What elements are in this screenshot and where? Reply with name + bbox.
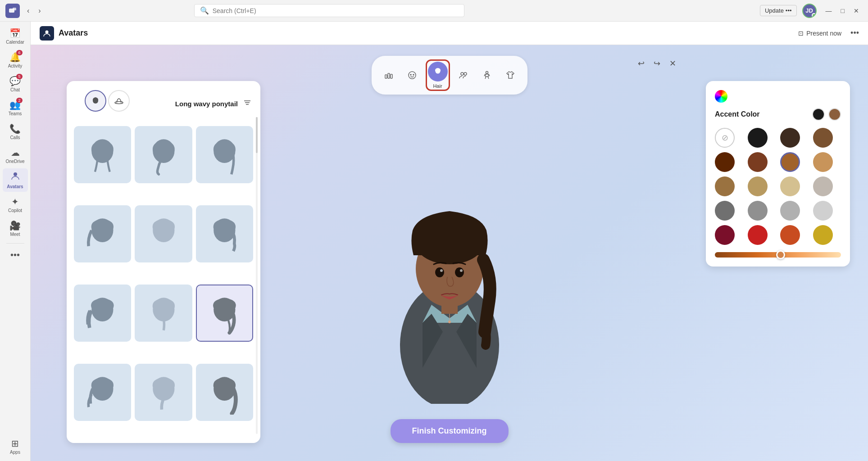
present-now-button[interactable]: ⊡ Present now (795, 28, 845, 39)
present-now-label: Present now (806, 30, 841, 37)
titlebar-actions: Update ••• JD — □ ✕ (760, 4, 863, 18)
color-swatch-pale-blonde[interactable] (780, 176, 800, 196)
teams-nav-icon: 👥 2 (9, 99, 21, 110)
toolbar-hair-wrap: Hair (428, 62, 448, 89)
toolbar-body-wrap (477, 65, 497, 85)
sidebar-label-teams: Teams (9, 111, 22, 116)
copilot-icon: ✦ (11, 196, 19, 207)
sidebar-label-avatars: Avatars (7, 184, 23, 189)
toolbar-shirt-wrap (500, 65, 520, 85)
sidebar-item-more[interactable]: ••• (3, 247, 28, 263)
sidebar-label-calendar: Calendar (6, 40, 24, 45)
sidebar-item-avatars[interactable]: Avatars (3, 168, 28, 192)
search-input[interactable] (213, 7, 459, 14)
minimize-button[interactable]: — (822, 5, 836, 16)
color-swatch-bright-red[interactable] (748, 225, 768, 245)
sidebar-bottom: ⊞ Apps (3, 435, 28, 457)
sidebar-item-meet[interactable]: 🎥 Meet (3, 217, 28, 240)
color-panel-header: Accent Color (715, 108, 841, 121)
color-swatch-brown[interactable] (748, 152, 768, 172)
color-preview-dark[interactable] (812, 108, 825, 121)
close-button[interactable]: ✕ (850, 5, 863, 16)
avatar-svg (373, 152, 526, 404)
svg-rect-5 (388, 73, 390, 78)
svg-rect-38 (441, 300, 458, 314)
color-slider-thumb[interactable] (776, 250, 785, 259)
sidebar-item-calendar[interactable]: 📅 Calendar (3, 25, 28, 47)
color-swatch-dark-reddish[interactable] (715, 152, 735, 172)
sidebar-label-onedrive: OneDrive (5, 159, 24, 164)
color-swatch-medium-gray[interactable] (748, 201, 768, 221)
toolbar-group-wrap (454, 65, 473, 85)
sidebar-item-apps[interactable]: ⊞ Apps (3, 435, 28, 457)
sidebar-label-calls: Calls (10, 135, 20, 140)
activity-icon: 🔔 6 (9, 52, 21, 63)
color-grid: ⊘ (715, 128, 841, 245)
svg-point-37 (460, 269, 463, 272)
toolbar-gesture-button[interactable] (379, 65, 399, 85)
svg-point-35 (455, 267, 464, 277)
more-icon: ••• (10, 250, 20, 260)
sidebar-item-onedrive[interactable]: ☁ OneDrive (3, 145, 28, 167)
sidebar-item-teams[interactable]: 👥 2 Teams (3, 97, 28, 119)
back-button[interactable]: ‹ (23, 5, 33, 17)
svg-point-7 (409, 72, 416, 79)
more-options-button[interactable]: ••• (850, 28, 859, 38)
color-swatch-medium-brown[interactable] (813, 128, 833, 148)
forward-button[interactable]: › (35, 5, 44, 17)
toolbar-face-button[interactable] (402, 65, 422, 85)
finish-customizing-button[interactable]: Finish Customizing (391, 419, 509, 443)
app-header-right: ⊡ Present now ••• (795, 28, 859, 39)
color-slider-container (715, 252, 841, 258)
search-bar[interactable]: 🔍 (194, 4, 464, 17)
color-swatch-light-gray[interactable] (813, 176, 833, 196)
color-swatch-white-silver[interactable] (813, 201, 833, 221)
color-swatch-light-golden[interactable] (748, 176, 768, 196)
color-panel: Accent Color ⊘ (706, 81, 850, 267)
color-preview-warm[interactable] (828, 108, 841, 121)
customizer-toolbar: Hair (372, 56, 527, 95)
color-swatch-gold[interactable] (813, 225, 833, 245)
maximize-button[interactable]: □ (837, 5, 848, 16)
color-swatch-tan[interactable] (813, 152, 833, 172)
color-swatch-dark-brown[interactable] (780, 128, 800, 148)
color-swatch-golden-brown[interactable] (715, 176, 735, 196)
user-avatar[interactable]: JD (802, 4, 817, 18)
toolbar-shirt-button[interactable] (500, 65, 520, 85)
sidebar-label-meet: Meet (10, 232, 20, 237)
sidebar-item-copilot[interactable]: ✦ Copilot (3, 194, 28, 216)
sidebar-label-chat: Chat (10, 87, 20, 92)
toolbar-group-button[interactable] (454, 65, 473, 85)
sidebar-item-calls[interactable]: 📞 Calls (3, 121, 28, 143)
toolbar-face-wrap (402, 65, 422, 85)
toolbar-body-button[interactable] (477, 65, 497, 85)
sidebar-divider (6, 243, 24, 244)
chat-badge: 5 (16, 74, 23, 79)
color-swatch-none[interactable]: ⊘ (715, 128, 735, 148)
svg-point-9 (413, 74, 414, 75)
toolbar-hair-button[interactable] (428, 62, 448, 81)
chat-icon: 💬 5 (9, 76, 21, 86)
color-swatch-dark-gray[interactable] (715, 201, 735, 221)
teams-logo (5, 4, 20, 18)
calendar-icon: 📅 (9, 28, 21, 39)
color-swatch-black[interactable] (748, 128, 768, 148)
svg-point-36 (440, 269, 443, 272)
sidebar-item-activity[interactable]: 🔔 6 Activity (3, 49, 28, 71)
svg-point-13 (486, 72, 488, 74)
avatars-icon (10, 171, 20, 183)
calls-icon: 📞 (9, 123, 21, 134)
main-layout: 📅 Calendar 🔔 6 Activity 💬 5 Chat 👥 2 Tea… (0, 22, 868, 461)
update-button[interactable]: Update ••• (760, 5, 797, 16)
close-customizer-button[interactable]: ✕ (667, 56, 679, 71)
redo-button[interactable]: ↪ (651, 56, 663, 71)
color-slider[interactable] (715, 252, 841, 258)
color-swatch-light-silver[interactable] (780, 201, 800, 221)
color-swatch-warm-brown[interactable] (780, 152, 800, 172)
color-swatch-dark-red[interactable] (715, 225, 735, 245)
color-swatch-orange-red[interactable] (780, 225, 800, 245)
right-toolbar: ↩ ↪ ✕ (635, 56, 679, 71)
sidebar-item-chat[interactable]: 💬 5 Chat (3, 73, 28, 95)
undo-button[interactable]: ↩ (635, 56, 647, 71)
avatar-figure (373, 152, 526, 404)
